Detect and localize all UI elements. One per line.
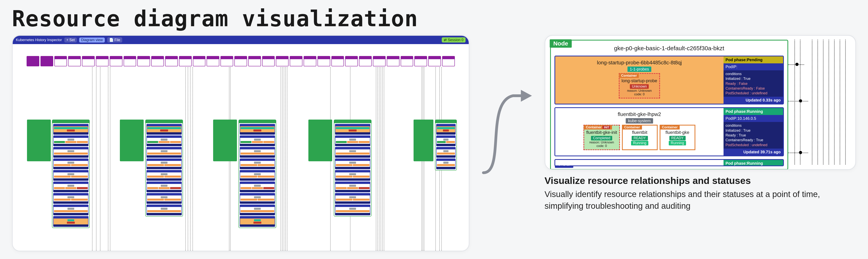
container-state: Completed <box>591 136 612 140</box>
container-code: code: 0 <box>622 92 657 96</box>
page-title: Resource diagram visualization <box>12 6 856 31</box>
pod-frame[interactable]: Pod long-startup-probe-6bb4485c8c-8t8qj … <box>554 56 784 105</box>
container-state: Unknown <box>630 84 649 89</box>
container-card[interactable]: Container fluentbit-gke-init Completed r… <box>583 125 620 150</box>
cond-item: Ready : True <box>725 133 781 138</box>
container-substate: Running <box>631 141 648 145</box>
cond-item: ContainersReady : False <box>725 86 781 91</box>
node-card[interactable] <box>145 120 183 217</box>
pod-ip: PodIP:10.146.0.5 <box>723 115 783 122</box>
container-badge: Container <box>619 74 639 78</box>
app-overview-card: Kubernetes History Inspector + Set Diagr… <box>12 35 469 252</box>
pod-ns-chip: kube-system <box>626 118 653 123</box>
green-info-panel <box>413 120 433 161</box>
container-reason: reason: Unknown <box>622 89 657 92</box>
pod-updated: Updated 39.71s ago <box>723 149 783 155</box>
section-body: Visually identify resource relationships… <box>545 189 846 212</box>
container-reason: reason: Unknown <box>586 141 617 144</box>
arrow-right-icon: ➔ <box>545 61 545 71</box>
node-tag: Node <box>550 39 572 48</box>
cond-item: Ready : False <box>725 81 781 86</box>
container-name: long-startup-probe <box>622 78 657 83</box>
node-card[interactable] <box>435 120 457 170</box>
cond-label: conditions <box>725 123 781 128</box>
green-info-panel <box>120 120 144 161</box>
pod-phase: Pod phase:Pending <box>723 56 783 63</box>
detail-card: ➔ Node gke-p0-gke-basic-1-default-c265f3… <box>545 35 856 170</box>
cond-item: Initialized : True <box>725 76 781 81</box>
container-name: fluentbit-gke <box>662 130 692 135</box>
node-name: gke-p0-gke-basic-1-default-c265f30a-bkzt <box>551 40 787 56</box>
container-state: READY <box>669 136 686 140</box>
pod-frame[interactable]: Pod fluentbit-gke-lhpw2 kube-system Cont… <box>554 107 784 156</box>
pod-ip: PodIP: <box>723 63 783 70</box>
app-brand: Kubernetes History Inspector <box>16 38 62 42</box>
node-card[interactable] <box>239 120 276 228</box>
container-card[interactable]: Container fluentbit READY Running <box>622 125 658 150</box>
section-heading: Visualize resource relationships and sta… <box>545 175 856 186</box>
container-badge: Container <box>584 125 612 130</box>
session-chip[interactable]: ⇄ Session 0 <box>442 37 465 42</box>
container-card[interactable]: Container long-startup-probe Unknown rea… <box>619 73 660 98</box>
pod-side-panel: Pod phase:Running PodIP:10.146.0.5 condi… <box>723 108 783 155</box>
cond-label: conditions <box>725 71 781 76</box>
pod-name: fluentbit-gke-lhpw2 <box>555 108 723 118</box>
cond-item: PodScheduled : undefined <box>725 91 781 95</box>
container-code: code: 0 <box>586 144 617 148</box>
node-card[interactable] <box>52 120 90 228</box>
zoom-arrow <box>482 70 533 189</box>
cond-item: PodScheduled : undefined <box>725 143 781 147</box>
pod-phase: Pod phase:Running <box>723 108 783 115</box>
connector-line <box>788 101 808 102</box>
green-info-panel <box>308 120 332 161</box>
cond-item: ContainersReady : True <box>725 138 781 142</box>
container-state: READY <box>632 136 648 140</box>
pod-ns-chip: 1-1-probes <box>627 66 651 72</box>
container-name: fluentbit <box>625 130 655 135</box>
node-frame[interactable]: Node gke-p0-gke-basic-1-default-c265f30a… <box>550 40 788 170</box>
detail-guides <box>785 40 850 165</box>
connector-line <box>788 64 804 65</box>
pod-phase: Pod phase:Running <box>723 160 783 166</box>
connector-line <box>788 152 808 153</box>
container-badge: Container <box>660 125 680 130</box>
set-button[interactable]: + Set <box>64 37 77 42</box>
pod-frame[interactable]: Pod Pod phase:Running <box>554 159 784 166</box>
container-card[interactable]: Container fluentbit-gke READY Running <box>660 125 695 150</box>
container-badge: Container <box>622 125 642 130</box>
node-card[interactable] <box>334 120 371 217</box>
app-topbar: Kubernetes History Inspector + Set Diagr… <box>13 36 469 44</box>
container-name: fluentbit-gke-init <box>586 130 617 135</box>
green-info-panel <box>213 120 237 161</box>
tab-file[interactable]: 📄 File <box>107 37 122 42</box>
green-info-panel <box>27 120 51 161</box>
cond-item: Initialized : True <box>725 128 781 133</box>
tab-diagram[interactable]: Diagram view <box>79 37 105 42</box>
pod-name: long-startup-probe-6bb4485c8c-8t8qj <box>555 56 723 66</box>
pod-side-panel: Pod phase:Pending PodIP: conditions Init… <box>723 56 783 104</box>
container-substate: Running <box>669 141 686 145</box>
pod-updated: Updated 0.33s ago <box>723 97 783 104</box>
